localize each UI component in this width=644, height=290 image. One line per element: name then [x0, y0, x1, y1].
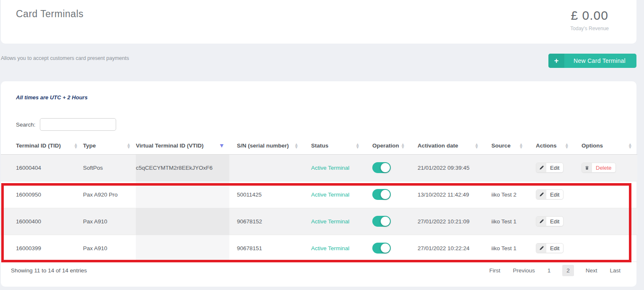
cell-status: Active Terminal — [304, 154, 365, 181]
cell-options — [574, 181, 637, 208]
edit-button-label: Edit — [546, 192, 563, 198]
cell-serial-number: 90678152 — [229, 208, 304, 235]
cell-vtid — [136, 181, 229, 208]
toggle-knob — [381, 163, 390, 172]
cell-options: Delete — [574, 154, 637, 181]
delete-button-label: Delete — [592, 165, 615, 171]
pagination-2[interactable]: 2 — [562, 265, 574, 276]
cell-source: iiko Test 2 — [484, 181, 528, 208]
cell-actions: Edit — [528, 181, 574, 208]
cell-type: SoftPos — [83, 154, 136, 181]
trash-icon-box — [582, 163, 592, 173]
table-body: 16000404SoftPosc5qCECYMTM2r8EEkJYOxF6Act… — [1, 154, 637, 262]
new-card-terminal-button[interactable]: + New Card Terminal — [548, 54, 636, 68]
column-header-type[interactable]: Type▲▼ — [83, 137, 136, 154]
cell-activation-date: 27/01/2022 10:22:24 — [410, 235, 484, 262]
plus-icon: + — [548, 54, 564, 68]
pencil-icon — [539, 219, 544, 224]
terminals-table: Terminal ID (TID)▲▼Type▲▼Virtual Termina… — [1, 137, 637, 262]
table-row-16000950: 16000950Pax A920 Pro50011425Active Termi… — [1, 181, 637, 208]
pagination-1[interactable]: 1 — [547, 265, 552, 276]
pencil-icon-box — [536, 216, 546, 226]
showing-entries-text: Showing 11 to 14 of 14 entries — [11, 267, 87, 274]
edit-button[interactable]: Edit — [536, 163, 564, 173]
cell-status: Active Terminal — [304, 208, 365, 235]
cell-source — [484, 154, 528, 181]
column-label: Source — [491, 142, 511, 149]
cell-terminal-id: 16000400 — [1, 208, 83, 235]
sort-icon: ▲▼ — [127, 143, 130, 149]
table-row-16000404: 16000404SoftPosc5qCECYMTM2r8EEkJYOxF6Act… — [1, 154, 637, 181]
cell-activation-date: 13/10/2022 11:42:49 — [410, 181, 484, 208]
cell-options — [574, 208, 637, 235]
column-header-source[interactable]: Source▲▼ — [484, 137, 528, 154]
pencil-icon — [539, 246, 544, 251]
sort-icon: ▲▼ — [566, 143, 568, 149]
page-header-card: Card Terminals £ 0.00 Today's Revenue — [1, 0, 636, 44]
operation-toggle[interactable] — [372, 216, 391, 227]
status-text: Active Terminal — [311, 218, 349, 225]
operation-toggle[interactable] — [372, 162, 391, 173]
column-label: Actions — [536, 142, 557, 149]
delete-button[interactable]: Delete — [582, 163, 616, 173]
edit-button[interactable]: Edit — [536, 189, 564, 199]
column-header-s-n-serial-number[interactable]: S/N (serial number)▲▼ — [229, 137, 304, 154]
search-label: Search: — [16, 122, 36, 128]
sort-icon: ▲▼ — [475, 143, 478, 149]
column-label: Operation — [372, 142, 399, 149]
pencil-icon — [539, 192, 544, 197]
cell-vtid — [136, 208, 229, 235]
column-label: S/N (serial number) — [237, 142, 289, 149]
page-description: Allows you to accept customers card pres… — [1, 55, 129, 61]
pencil-icon-box — [536, 189, 546, 199]
cell-vtid: c5qCECYMTM2r8EEkJYOxF6 — [136, 154, 229, 181]
edit-button[interactable]: Edit — [536, 243, 564, 253]
cell-source: iiko Test 1 — [484, 208, 528, 235]
cell-terminal-id: 16000950 — [1, 181, 83, 208]
column-header-options[interactable]: Options▲▼ — [574, 137, 637, 154]
table-row-16000399: 16000399Pax A91090678151Active Terminal2… — [1, 235, 637, 262]
search-input[interactable] — [40, 118, 116, 131]
new-card-terminal-label: New Card Terminal — [564, 57, 636, 64]
terminals-table-card: All times are UTC + 2 Hours Search: Term… — [1, 81, 636, 287]
column-header-activation-date[interactable]: Activation date▲▼ — [410, 137, 484, 154]
operation-toggle[interactable] — [372, 243, 391, 254]
revenue-label: Today's Revenue — [570, 26, 609, 31]
pencil-icon — [539, 166, 544, 170]
column-label: Terminal ID (TID) — [16, 142, 61, 149]
revenue-amount: £ 0.00 — [570, 8, 609, 23]
pagination-last[interactable]: Last — [609, 265, 621, 276]
column-header-virtual-terminal-id-vtid[interactable]: Virtual Terminal ID (VTID)▼ — [136, 137, 229, 154]
column-header-status[interactable]: Status▲▼ — [304, 137, 365, 154]
column-header-terminal-id-tid[interactable]: Terminal ID (TID)▲▼ — [1, 137, 83, 154]
column-label: Status — [311, 142, 328, 149]
pagination-first[interactable]: First — [488, 265, 501, 276]
cell-activation-date: 27/01/2022 10:21:09 — [410, 208, 484, 235]
column-header-actions[interactable]: Actions▲▼ — [528, 137, 574, 154]
cell-status: Active Terminal — [304, 235, 365, 262]
operation-toggle[interactable] — [372, 189, 391, 200]
cell-options — [574, 235, 637, 262]
cell-type: Pax A910 — [83, 235, 136, 262]
edit-button[interactable]: Edit — [536, 216, 564, 226]
column-label: Activation date — [418, 142, 458, 149]
toggle-knob — [381, 217, 390, 226]
cell-serial-number: 50011425 — [229, 181, 304, 208]
cell-serial-number — [229, 154, 304, 181]
pencil-icon-box — [536, 243, 546, 253]
sort-icon: ▲▼ — [356, 143, 359, 149]
search-row: Search: — [16, 118, 116, 131]
column-label: Type — [83, 142, 96, 149]
column-header-operation[interactable]: Operation▲▼ — [365, 137, 410, 154]
table-row-16000400: 16000400Pax A91090678152Active Terminal2… — [1, 208, 637, 235]
pencil-icon-box — [536, 163, 546, 173]
cell-operation — [365, 208, 410, 235]
column-label: Options — [582, 142, 603, 149]
edit-button-label: Edit — [546, 218, 563, 225]
pagination-next[interactable]: Next — [585, 265, 598, 276]
timezone-note: All times are UTC + 2 Hours — [16, 94, 88, 101]
pagination-previous[interactable]: Previous — [512, 265, 536, 276]
toggle-knob — [381, 190, 390, 199]
cell-terminal-id: 16000399 — [1, 235, 83, 262]
sort-icon: ▲▼ — [295, 143, 298, 149]
